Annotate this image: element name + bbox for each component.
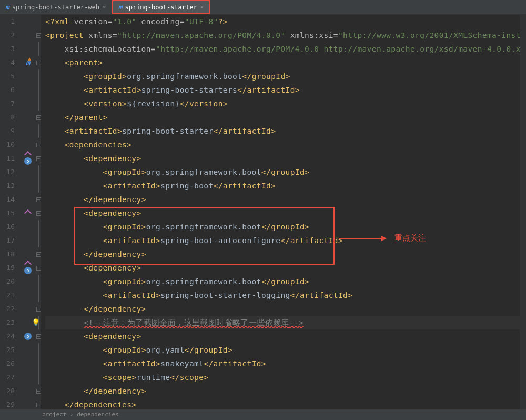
- code-line: <groupId>org.springframework.boot</group…: [45, 69, 526, 83]
- code-line: <groupId>org.yaml</groupId>: [45, 343, 526, 357]
- fold-toggle[interactable]: [36, 389, 41, 394]
- tab-spring-boot-starter-web[interactable]: m spring-boot-starter-web ×: [0, 0, 112, 14]
- arrow-up-icon[interactable]: [24, 209, 32, 217]
- line-number-gutter: 1 2 3 4 5 6 7 8 9 10 11 12 13 14 15 16 1…: [0, 15, 20, 409]
- code-line: <dependency>: [45, 152, 526, 165]
- code-content[interactable]: <?xml version="1.0" encoding="UTF-8"?> <…: [41, 15, 526, 409]
- fold-toggle[interactable]: [36, 156, 41, 161]
- close-icon[interactable]: ×: [200, 4, 204, 11]
- code-editor[interactable]: 1 2 3 4 5 6 7 8 9 10 11 12 13 14 15 16 1…: [0, 15, 526, 409]
- fold-toggle[interactable]: [36, 403, 41, 407]
- code-line: <dependency>: [45, 206, 526, 220]
- fold-toggle[interactable]: [36, 266, 41, 271]
- arrow-up-icon[interactable]: [24, 261, 32, 268]
- code-line: <artifactId>spring-boot-autoconfigure</a…: [45, 234, 526, 247]
- fold-toggle[interactable]: [36, 33, 41, 38]
- code-line: </dependency>: [45, 302, 526, 316]
- code-line: </dependency>: [45, 247, 526, 261]
- code-line: <dependency>: [45, 261, 526, 275]
- code-line: </dependency>: [45, 193, 526, 206]
- fold-gutter: [36, 15, 41, 409]
- fold-toggle[interactable]: [36, 61, 41, 65]
- tab-label: spring-boot-starter: [125, 4, 197, 11]
- fold-toggle[interactable]: [36, 211, 41, 216]
- tab-label: spring-boot-starter-web: [12, 4, 99, 11]
- code-line: xsi:schemaLocation="http://maven.apache.…: [45, 42, 526, 56]
- fold-toggle[interactable]: [36, 143, 41, 147]
- tab-spring-boot-starter[interactable]: m spring-boot-starter ×: [112, 0, 210, 14]
- code-line: <artifactId>spring-boot-starter-logging<…: [45, 288, 526, 302]
- fold-toggle[interactable]: [36, 307, 41, 312]
- code-line: </parent>: [45, 111, 526, 124]
- maven-up-icon[interactable]: m: [26, 58, 30, 67]
- code-line: <parent>: [45, 56, 526, 69]
- code-line: 💡 <!--注意：为了截图全面，这里截图时省略了一些依赖库-->: [45, 316, 526, 329]
- code-line: <project xmlns="http://maven.apache.org/…: [45, 28, 526, 42]
- code-line: <scope>runtime</scope>: [45, 371, 526, 384]
- code-line: <?xml version="1.0" encoding="UTF-8"?>: [45, 15, 526, 28]
- code-line: <artifactId>spring-boot-starters</artifa…: [45, 83, 526, 97]
- code-line: <groupId>org.springframework.boot</group…: [45, 165, 526, 179]
- code-line: <artifactId>spring-boot</artifactId>: [45, 179, 526, 193]
- code-line: <groupId>org.springframework.boot</group…: [45, 275, 526, 288]
- code-line: </dependencies>: [45, 398, 526, 412]
- override-icon[interactable]: o: [24, 267, 32, 274]
- code-line: <artifactId>snakeyaml</artifactId>: [45, 357, 526, 371]
- maven-icon: m: [118, 3, 123, 11]
- gutter-icons: m o o o: [20, 15, 36, 409]
- fold-toggle[interactable]: [36, 334, 41, 339]
- override-icon[interactable]: o: [24, 333, 32, 340]
- override-icon[interactable]: o: [24, 157, 32, 165]
- bulb-icon[interactable]: 💡: [32, 316, 40, 329]
- code-line: <version>${revision}</version>: [45, 97, 526, 111]
- code-line: </dependency>: [45, 384, 526, 398]
- code-line: <artifactId>spring-boot-starter</artifac…: [45, 124, 526, 138]
- fold-toggle[interactable]: [36, 197, 41, 202]
- maven-icon: m: [5, 3, 9, 11]
- fold-toggle[interactable]: [36, 115, 41, 120]
- arrow-up-icon[interactable]: [24, 151, 32, 158]
- marker-track[interactable]: [520, 15, 526, 409]
- fold-toggle[interactable]: [36, 252, 41, 257]
- close-icon[interactable]: ×: [103, 4, 106, 11]
- code-line: <dependencies>: [45, 138, 526, 152]
- code-line: <dependency>: [45, 329, 526, 343]
- editor-tabs: m spring-boot-starter-web × m spring-boo…: [0, 0, 526, 15]
- code-line: <groupId>org.springframework.boot</group…: [45, 220, 526, 234]
